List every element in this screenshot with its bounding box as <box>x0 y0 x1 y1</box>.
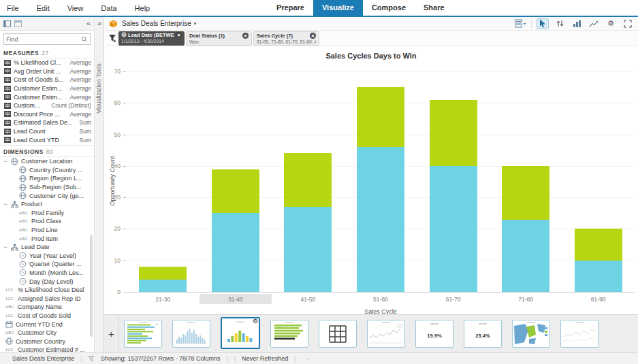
bar-segment-segment-top[interactable] <box>139 267 187 280</box>
dimension-row[interactable]: Quarter (Quarter ... <box>0 260 94 269</box>
dimension-row[interactable]: −Product <box>0 200 94 209</box>
x-axis-category-label[interactable]: 31-40 <box>200 296 272 303</box>
layout-top-panel-icon[interactable] <box>14 20 22 27</box>
dimension-row[interactable]: ABCCustomer City <box>0 329 94 337</box>
find-input[interactable] <box>6 36 81 43</box>
viz-thumbnail-horizontal-bar-chart-green[interactable] <box>270 320 308 348</box>
search-icon[interactable] <box>81 36 88 43</box>
dimension-row[interactable]: ABCCompany Name <box>0 303 94 312</box>
viz-thumbnail-crosstab[interactable] <box>319 320 357 348</box>
dimension-row[interactable]: Customer City (ge... <box>0 191 94 200</box>
bar-segment-segment-top[interactable] <box>575 229 622 260</box>
sidebar-scrollbar[interactable] <box>90 235 93 337</box>
measures-section-header[interactable]: MEASURES27 <box>0 47 94 59</box>
tab-compose[interactable]: Compose <box>363 0 415 16</box>
add-filter-icon[interactable] <box>107 34 118 43</box>
bar-segment-segment-bottom[interactable] <box>430 166 477 292</box>
collapse-node-icon[interactable]: − <box>3 158 8 165</box>
viz-thumbnail-kpi-tile[interactable]: 19.9% <box>415 320 453 348</box>
remove-filter-icon[interactable]: ✕ <box>310 33 316 39</box>
menu-help[interactable]: Help <box>135 4 160 12</box>
bar-segment-segment-top[interactable] <box>430 100 477 166</box>
viz-thumbnail-horizontal-bar-chart[interactable] <box>124 320 162 348</box>
filter-chip-sales-cycle[interactable]: Sales Cycle (7)✕ 81-90, 71-80, 61-70, 51… <box>253 31 319 46</box>
bar-segment-segment-top[interactable] <box>284 153 332 207</box>
remove-filter-icon[interactable]: ✕ <box>242 33 249 39</box>
maximize-icon[interactable] <box>622 18 634 29</box>
dimension-row[interactable]: 123Customer Estimated # ... <box>0 346 94 352</box>
menu-edit[interactable]: Edit <box>37 4 59 12</box>
dimension-row[interactable]: ABCProd Item <box>0 234 94 243</box>
dimension-row[interactable]: −Lead Date <box>0 243 94 252</box>
layout-left-panel-icon[interactable] <box>3 20 11 27</box>
expand-panel-icon[interactable]: » <box>95 20 103 27</box>
bar-segment-segment-bottom[interactable] <box>575 261 622 292</box>
tab-prepare[interactable]: Prepare <box>268 0 313 16</box>
x-axis-category-label[interactable]: 81-90 <box>562 296 635 303</box>
bar-segment-segment-bottom[interactable] <box>357 147 404 292</box>
select-tool-icon[interactable] <box>537 18 549 29</box>
dimensions-section-header[interactable]: DIMENSIONS80 <box>0 146 94 157</box>
dimension-row[interactable]: Current YTD End <box>0 320 94 329</box>
menu-view[interactable]: View <box>67 4 93 12</box>
measure-row[interactable]: Customer Estim...Average <box>0 93 94 101</box>
viz-thumbnail-kpi-tile[interactable]: 25.4% <box>464 320 502 348</box>
measure-row[interactable]: Custom...Count (Distinct) <box>0 101 94 110</box>
collapse-node-icon[interactable]: − <box>3 244 8 250</box>
dimension-row[interactable]: ABCProd Class <box>0 217 94 226</box>
viz-thumbnail-geo-map[interactable] <box>512 320 550 348</box>
add-visualization-button[interactable]: + <box>104 315 119 352</box>
sort-icon[interactable] <box>554 18 566 29</box>
dimension-row[interactable]: Year (Year Level) <box>0 251 94 260</box>
remove-filter-icon[interactable]: ✕ <box>176 32 182 38</box>
x-axis-category-label[interactable]: 51-60 <box>345 296 417 303</box>
bar-segment-segment-top[interactable] <box>357 87 404 147</box>
viz-thumbnail-line-chart-light[interactable] <box>560 320 599 348</box>
bar-segment-segment-bottom[interactable] <box>139 280 187 293</box>
bar-segment-segment-bottom[interactable] <box>502 220 549 293</box>
tab-visualize[interactable]: Visualize <box>313 0 363 16</box>
filter-chip-deal-status[interactable]: Deal Status (1)✕ Won <box>186 31 252 46</box>
dimension-row[interactable]: Month (Month Lev... <box>0 269 94 278</box>
measure-row[interactable]: Avg Order Unit ...Average <box>0 67 94 76</box>
view-selector-icon[interactable] <box>514 18 526 29</box>
collapse-panel-icon[interactable]: « <box>86 20 91 27</box>
menu-file[interactable]: File <box>7 4 29 12</box>
measure-row[interactable]: Lead CountSum <box>0 127 94 136</box>
viz-thumbnail-column-chart-blue[interactable] <box>172 320 210 348</box>
bar-segment-segment-bottom[interactable] <box>284 207 332 292</box>
x-axis-category-label[interactable]: 41-50 <box>272 296 345 303</box>
filter-chip-lead-date[interactable]: ⚙Lead Date (BETWEEN)✕ 1/1/2013 - 4/30/20… <box>118 31 185 46</box>
measure-row[interactable]: Lead Count YTDSum <box>0 135 94 144</box>
dimension-row[interactable]: Country (Country ... <box>0 166 94 175</box>
dataset-title[interactable]: Sales Deals Enterprise <box>122 20 191 27</box>
dimension-row[interactable]: Region (Region L... <box>0 174 94 183</box>
dimension-row[interactable]: 123% Likelihood Close Deal <box>0 286 94 295</box>
settings-gear-icon[interactable]: ⚙ <box>605 18 617 29</box>
x-axis-category-label[interactable]: 61-70 <box>417 296 490 303</box>
dimension-row[interactable]: ABCProd Family <box>0 209 94 218</box>
bar-segment-segment-top[interactable] <box>212 169 259 214</box>
dimension-row[interactable]: Customer Country <box>0 337 94 346</box>
bar-segment-segment-top[interactable] <box>502 166 549 220</box>
x-axis-category-label[interactable]: 21-30 <box>127 296 200 303</box>
viz-thumbnail-column-chart-colored[interactable]: ⚙ <box>221 317 260 349</box>
measure-row[interactable]: % Likelihood Cl...Average <box>0 59 94 67</box>
collapse-node-icon[interactable]: − <box>3 201 8 208</box>
dimension-row[interactable]: Sub-Region (Sub... <box>0 183 94 192</box>
dataset-dropdown-icon[interactable]: ▾ <box>194 21 197 27</box>
dimension-row[interactable]: 123Cost of Goods Sold <box>0 312 94 320</box>
measure-row[interactable]: Estimated Sales De...Sum <box>0 118 94 127</box>
tab-share[interactable]: Share <box>415 0 453 16</box>
viz-thumbnail-line-chart[interactable] <box>367 320 405 348</box>
x-axis-category-label[interactable]: 71-80 <box>490 296 562 303</box>
bar-segment-segment-bottom[interactable] <box>212 213 259 292</box>
dimension-row[interactable]: ABCProd Line <box>0 226 94 235</box>
dimension-row[interactable]: −Customer Location <box>0 157 94 166</box>
thumbnail-settings-gear-icon[interactable]: ⚙ <box>253 318 258 325</box>
status-more-dropdown[interactable]: - <box>302 355 315 362</box>
measure-row[interactable]: Customer Estim...Average <box>0 84 94 93</box>
dimension-row[interactable]: Day (Day Level) <box>0 277 94 286</box>
trend-icon[interactable] <box>588 18 600 29</box>
ranking-icon[interactable] <box>571 18 583 29</box>
